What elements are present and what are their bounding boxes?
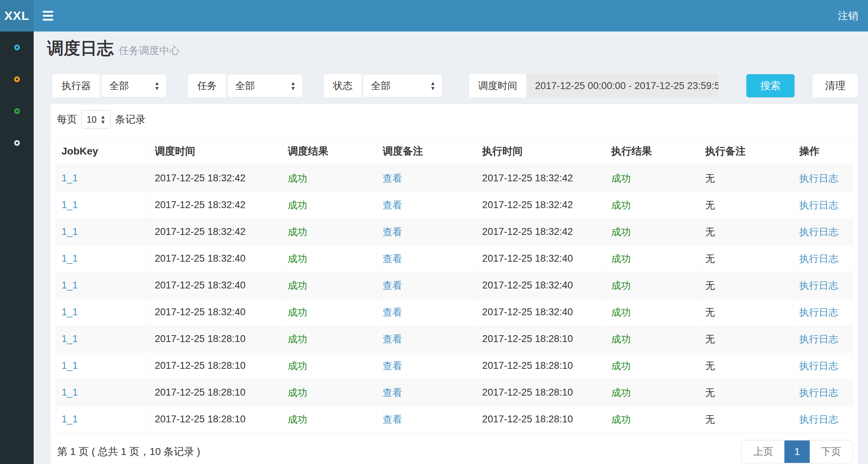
job-key-link[interactable]: 1_1 [62,199,78,210]
col-handle-result: 执行结果 [606,138,700,165]
sidebar-item-3[interactable] [0,95,34,127]
executor-select-value: 全部 [109,79,129,92]
trigger-result-text: 成功 [288,280,307,291]
col-handle-msg: 执行备注 [700,138,794,165]
page-size-prefix: 每页 [57,113,77,126]
handle-time-cell: 2017-12-25 18:32:42 [477,192,606,219]
handle-msg-cell: 无 [700,192,794,219]
exec-log-link[interactable]: 执行日志 [799,414,838,425]
trigger-msg-link[interactable]: 查看 [383,307,402,318]
log-table-body: 1_1 2017-12-25 18:32:42 成功 查看 2017-12-25… [56,165,853,433]
page-size-control: 每页 10 条记录 [56,109,853,129]
exec-log-link[interactable]: 执行日志 [799,387,838,398]
trigger-msg-link[interactable]: 查看 [383,253,402,264]
trigger-time-cell: 2017-12-25 18:32:40 [149,272,282,299]
trigger-msg-link[interactable]: 查看 [383,280,402,291]
executor-filter-label: 执行器 [52,74,100,97]
handle-result-text: 成功 [611,360,631,371]
time-range-input[interactable]: 2017-12-25 00:00:00 - 2017-12-25 23:59:5… [526,74,719,97]
status-filter: 状态 全部 [324,74,442,97]
trigger-result-text: 成功 [288,173,307,184]
handle-msg-cell: 无 [700,272,794,299]
trigger-time-cell: 2017-12-25 18:32:42 [149,192,282,219]
trigger-msg-link[interactable]: 查看 [383,334,402,345]
logout-link[interactable]: 注销 [828,0,868,31]
job-key-link[interactable]: 1_1 [62,414,78,425]
clear-button[interactable]: 清理 [813,74,858,97]
table-row: 1_1 2017-12-25 18:32:42 成功 查看 2017-12-25… [56,219,853,245]
status-select[interactable]: 全部 [363,74,442,97]
trigger-result-text: 成功 [288,307,307,318]
next-page-button[interactable]: 下页 [810,440,852,463]
table-header-row: JobKey 调度时间 调度结果 调度备注 执行时间 执行结果 执行备注 操作 [56,138,853,165]
page-size-select[interactable]: 10 [81,110,111,129]
table-row: 1_1 2017-12-25 18:28:10 成功 查看 2017-12-25… [56,406,853,433]
col-trigger-result: 调度结果 [282,138,377,165]
exec-log-link[interactable]: 执行日志 [799,173,838,184]
handle-msg-cell: 无 [700,165,794,192]
job-key-link[interactable]: 1_1 [62,253,78,264]
job-key-link[interactable]: 1_1 [62,333,78,344]
trigger-time-cell: 2017-12-25 18:32:42 [149,165,282,192]
handle-time-cell: 2017-12-25 18:28:10 [477,406,606,433]
handle-result-text: 成功 [611,334,631,345]
trigger-time-cell: 2017-12-25 18:28:10 [149,406,282,433]
trigger-result-text: 成功 [288,387,307,398]
job-key-link[interactable]: 1_1 [62,226,78,237]
time-filter: 调度时间 2017-12-25 00:00:00 - 2017-12-25 23… [469,74,719,97]
exec-log-link[interactable]: 执行日志 [799,200,838,211]
trigger-time-cell: 2017-12-25 18:32:40 [149,245,282,272]
sidebar-item-4[interactable] [0,127,34,159]
table-footer: 第 1 页 ( 总共 1 页，10 条记录 ) 上页 1 下页 [56,440,853,463]
handle-result-text: 成功 [611,280,631,291]
app-logo[interactable]: XXL [0,0,34,31]
prev-page-button[interactable]: 上页 [742,440,784,463]
job-key-link[interactable]: 1_1 [62,387,78,398]
job-filter: 任务 全部 [188,74,303,97]
trigger-msg-link[interactable]: 查看 [383,387,402,398]
status-filter-label: 状态 [324,74,362,97]
trigger-result-text: 成功 [288,334,307,345]
handle-msg-cell: 无 [700,406,794,433]
log-panel: 每页 10 条记录 JobKey 调度时间 调度结果 调度备注 执行时间 执行结… [51,104,858,464]
job-select[interactable]: 全部 [227,74,303,97]
current-page-button[interactable]: 1 [784,440,810,463]
handle-msg-cell: 无 [700,219,794,245]
exec-log-link[interactable]: 执行日志 [799,227,838,237]
job-key-link[interactable]: 1_1 [62,360,78,371]
hamburger-icon [43,11,53,13]
job-key-link[interactable]: 1_1 [62,307,78,317]
exec-log-link[interactable]: 执行日志 [799,360,838,371]
job-key-link[interactable]: 1_1 [62,280,78,291]
handle-time-cell: 2017-12-25 18:28:10 [477,379,606,406]
exec-log-link[interactable]: 执行日志 [799,253,838,264]
exec-log-link[interactable]: 执行日志 [799,334,838,345]
handle-time-cell: 2017-12-25 18:28:10 [477,353,606,379]
trigger-msg-link[interactable]: 查看 [383,227,402,237]
executor-select[interactable]: 全部 [101,74,167,97]
table-row: 1_1 2017-12-25 18:28:10 成功 查看 2017-12-25… [56,353,853,379]
circle-icon-green [14,108,20,114]
trigger-msg-link[interactable]: 查看 [383,200,402,211]
sidebar-toggle-button[interactable] [34,0,62,31]
main-content: 调度日志任务调度中心 执行器 全部 任务 全部 状态 全部 调度时间 [34,31,868,464]
select-arrows-icon [154,81,160,91]
job-key-link[interactable]: 1_1 [62,173,78,184]
sidebar-item-2[interactable] [0,63,34,95]
trigger-time-cell: 2017-12-25 18:32:40 [149,299,282,326]
select-arrows-icon [100,114,106,125]
trigger-msg-link[interactable]: 查看 [383,360,402,371]
trigger-msg-link[interactable]: 查看 [383,414,402,425]
exec-log-link[interactable]: 执行日志 [799,280,838,291]
exec-log-link[interactable]: 执行日志 [799,307,838,318]
search-button[interactable]: 搜索 [746,74,795,97]
page-header: 调度日志任务调度中心 [34,31,868,66]
handle-result-text: 成功 [611,253,631,264]
job-select-value: 全部 [235,79,255,92]
handle-time-cell: 2017-12-25 18:32:42 [477,219,606,245]
trigger-msg-link[interactable]: 查看 [383,173,402,184]
trigger-result-text: 成功 [288,414,307,425]
sidebar-item-1[interactable] [0,31,34,63]
time-filter-label: 调度时间 [469,74,526,97]
page-title: 调度日志 [47,39,114,58]
